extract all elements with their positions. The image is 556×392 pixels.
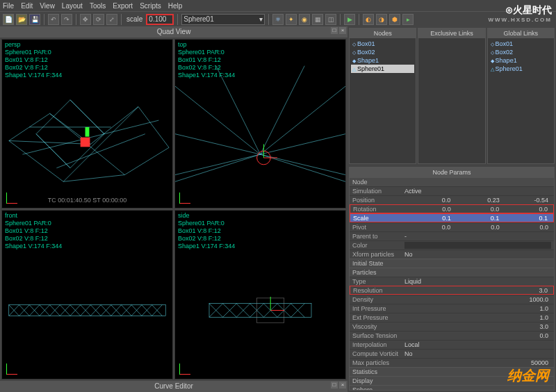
redo-icon[interactable]: ↷: [61, 14, 72, 25]
move-icon[interactable]: ✥: [80, 14, 91, 25]
watermark-hxsd: ⊙火星时代 WWW.HXSD.COM: [488, 4, 552, 23]
scale-input[interactable]: [146, 14, 174, 25]
param-rotation[interactable]: Rotation0.00.00.0: [350, 204, 554, 213]
undo-icon[interactable]: ↶: [48, 14, 59, 25]
param-position[interactable]: Position0.00.23-0.54: [350, 195, 554, 204]
panel-min-icon[interactable]: □: [331, 382, 338, 389]
watermark-najin: 纳金网: [507, 366, 549, 385]
menu-file[interactable]: File: [3, 2, 14, 10]
menu-edit[interactable]: Edit: [21, 2, 33, 10]
axis-gizmo: [179, 361, 193, 375]
sim-play-icon[interactable]: ▸: [402, 14, 414, 25]
new-icon[interactable]: 📄: [3, 14, 14, 25]
menu-scripts[interactable]: Scripts: [140, 2, 161, 10]
global-links-panel: Global Links Box01 Box02 Shape1 Sphere01: [487, 28, 555, 164]
param-surface-tension[interactable]: Surface Tension0.0: [350, 331, 554, 340]
global-links-title: Global Links: [488, 28, 554, 38]
param-color[interactable]: Color: [350, 240, 554, 250]
viewport-top[interactable]: top Sphere01 PAR:0 Box01 V:8 F:12 Box02 …: [174, 39, 346, 209]
sim-c-icon[interactable]: ⬢: [389, 14, 400, 25]
tool-d-icon[interactable]: ▦: [312, 14, 323, 25]
curve-editor-title[interactable]: Curve Editor □×: [0, 381, 348, 392]
param-vorticity[interactable]: Compute VorticitNo: [350, 349, 554, 358]
axis-gizmo: [179, 190, 193, 204]
node-params-panel: Node Params Node SimulationActive Positi…: [349, 167, 555, 391]
sim-a-icon[interactable]: ◐: [363, 14, 374, 25]
exclusive-links-panel: Exclusive Links: [418, 28, 485, 164]
menu-help[interactable]: Help: [168, 2, 183, 10]
param-viscosity[interactable]: Viscosity3.0: [350, 322, 554, 331]
scale-label: scale: [126, 15, 142, 23]
viewport-front[interactable]: front Sphere01 PAR:0 Box01 V:8 F:12 Box0…: [1, 210, 173, 379]
tool-a-icon[interactable]: ⚛: [272, 14, 284, 25]
menu-layout[interactable]: Layout: [62, 2, 83, 10]
svg-rect-1: [85, 127, 90, 137]
section-particles[interactable]: Particles: [350, 268, 554, 277]
axis-gizmo: [6, 190, 20, 204]
tool-c-icon[interactable]: ◉: [299, 14, 310, 25]
svg-rect-5: [9, 305, 165, 316]
menu-export[interactable]: Export: [113, 2, 133, 10]
section-initial-state[interactable]: Initial State: [350, 259, 554, 268]
node-item[interactable]: Box01: [351, 40, 414, 48]
vp-persp-time: TC 00:01:40.50 ST 00:00:00: [48, 197, 126, 204]
exclusive-links-title: Exclusive Links: [418, 28, 484, 38]
object-combo-value: Sphere01: [183, 15, 213, 23]
tool-b-icon[interactable]: ✦: [286, 14, 297, 25]
toolbar: 📄 📂 💾 ↶ ↷ ✥ ⟳ ⤢ scale Sphere01 ▾ ⚛ ✦ ◉ ▦…: [0, 11, 556, 26]
node-params-title: Node Params: [350, 168, 554, 177]
open-icon[interactable]: 📂: [16, 14, 27, 25]
param-scale[interactable]: Scale0.10.10.1: [350, 213, 554, 222]
section-sphere[interactable]: Sphere: [350, 385, 554, 390]
link-item[interactable]: Box02: [489, 48, 553, 56]
rotate-icon[interactable]: ⟳: [93, 14, 104, 25]
nodes-panel: Nodes Box01 Box02 Shape1 Sphere01: [349, 28, 416, 164]
node-item-selected[interactable]: Sphere01: [351, 65, 414, 73]
axis-gizmo: [6, 361, 20, 375]
save-icon[interactable]: 💾: [29, 14, 40, 25]
vp-persp-info: persp Sphere01 PAR:0 Box01 V:8 F:12 Box0…: [5, 41, 62, 79]
play-icon[interactable]: ▶: [344, 14, 355, 25]
tool-e-icon[interactable]: ◫: [325, 14, 336, 25]
param-ext-pressure[interactable]: Ext Pressure1.0: [350, 313, 554, 322]
vp-top-info: top Sphere01 PAR:0 Box01 V:8 F:12 Box02 …: [178, 41, 235, 79]
link-item[interactable]: Sphere01: [489, 65, 553, 73]
panel-close-icon[interactable]: ×: [339, 27, 346, 34]
nodes-title: Nodes: [350, 28, 416, 38]
section-node[interactable]: Node: [350, 177, 554, 186]
viewport-persp[interactable]: persp Sphere01 PAR:0 Box01 V:8 F:12 Box0…: [1, 39, 173, 209]
sim-b-icon[interactable]: ◑: [376, 14, 387, 25]
scale-icon[interactable]: ⤢: [106, 14, 117, 25]
param-interpolation[interactable]: InterpolationLocal: [350, 340, 554, 349]
param-simulation[interactable]: SimulationActive: [350, 186, 554, 195]
param-resolution[interactable]: Resolution3.0: [350, 286, 554, 295]
svg-rect-0: [81, 138, 90, 147]
node-item[interactable]: Shape1: [351, 56, 414, 65]
menu-view[interactable]: View: [40, 2, 55, 10]
chevron-down-icon: ▾: [259, 15, 263, 23]
menu-tools[interactable]: Tools: [90, 2, 106, 10]
object-combo[interactable]: Sphere01 ▾: [181, 14, 265, 25]
quad-grid: persp Sphere01 PAR:0 Box01 V:8 F:12 Box0…: [0, 38, 348, 381]
param-int-pressure[interactable]: Int Pressure1.0: [350, 304, 554, 313]
link-item[interactable]: Shape1: [489, 56, 553, 65]
param-xform[interactable]: Xform particlesNo: [350, 250, 554, 259]
vp-side-info: side Sphere01 PAR:0 Box01 V:8 F:12 Box02…: [178, 212, 235, 250]
param-pivot[interactable]: Pivot0.00.00.0: [350, 222, 554, 231]
param-type[interactable]: TypeLiquid: [350, 277, 554, 286]
panel-min-icon[interactable]: □: [331, 27, 338, 34]
link-item[interactable]: Box01: [489, 40, 553, 48]
viewport-side[interactable]: side Sphere01 PAR:0 Box01 V:8 F:12 Box02…: [174, 210, 346, 379]
param-parent[interactable]: Parent to-: [350, 231, 554, 240]
quad-view-title: Quad View □×: [0, 26, 348, 38]
menubar: File Edit View Layout Tools Export Scrip…: [0, 0, 556, 11]
svg-rect-6: [209, 304, 311, 318]
panel-close-icon[interactable]: ×: [339, 382, 346, 389]
vp-front-info: front Sphere01 PAR:0 Box01 V:8 F:12 Box0…: [5, 212, 62, 250]
node-item[interactable]: Box02: [351, 48, 414, 56]
param-density[interactable]: Density1000.0: [350, 295, 554, 304]
